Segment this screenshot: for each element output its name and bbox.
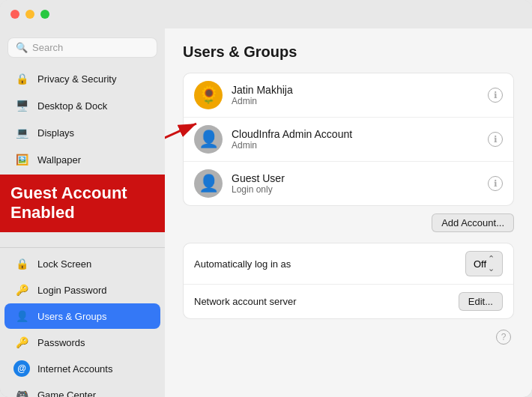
info-button-guest[interactable]: ℹ: [488, 176, 503, 191]
user-role-cloudinfra: Admin: [232, 140, 479, 151]
stepper-chevrons-icon: ⌃⌄: [488, 254, 495, 273]
user-name-cloudinfra: CloudInfra Admin Account: [232, 128, 479, 140]
user-role-guest: Login only: [232, 184, 479, 195]
close-button[interactable]: [10, 10, 19, 19]
sidebar-label-wallpaper: Wallpaper: [37, 154, 81, 166]
sidebar-label-internet-accounts: Internet Accounts: [37, 363, 112, 375]
user-name-guest: Guest User: [232, 172, 479, 184]
main-panel: Users & Groups 🌻 Jatin Makhija Admin ℹ: [165, 28, 532, 397]
maximize-button[interactable]: [40, 10, 49, 19]
sidebar-item-lock-screen[interactable]: 🔒 Lock Screen: [4, 251, 160, 276]
auto-login-label: Automatically log in as: [194, 258, 458, 270]
sidebar-item-login-password[interactable]: 🔑 Login Password: [4, 277, 160, 303]
sidebar-label-passwords: Passwords: [37, 337, 85, 348]
flower-emoji: 🌻: [199, 85, 219, 105]
person-icon-cloudinfra: 👤: [199, 130, 219, 149]
network-account-row: Network account server Edit...: [184, 285, 513, 318]
content-area: 🔍 Search 🔒 Privacy & Security 🖥️ Desktop…: [0, 28, 532, 397]
internet-accounts-icon: @: [13, 360, 30, 377]
sidebar-item-displays[interactable]: 💻 Displays: [4, 120, 160, 145]
users-list: 🌻 Jatin Makhija Admin ℹ 👤 CloudInfra Adm…: [183, 73, 514, 206]
user-info-guest: Guest User Login only: [232, 172, 479, 195]
sidebar-label-game-center: Game Center: [37, 390, 96, 398]
sidebar-label-displays: Displays: [37, 127, 74, 139]
sidebar-divider: [0, 247, 165, 248]
user-row-jatin[interactable]: 🌻 Jatin Makhija Admin ℹ: [184, 73, 513, 118]
sidebar-item-privacy-security[interactable]: 🔒 Privacy & Security: [4, 66, 160, 91]
sidebar-item-users-groups[interactable]: 👤 Users & Groups: [4, 303, 160, 329]
user-row-cloudinfra[interactable]: 👤 CloudInfra Admin Account Admin ℹ: [184, 118, 513, 162]
minimize-button[interactable]: [25, 10, 34, 19]
sidebar-label-users-groups: Users & Groups: [37, 311, 106, 322]
desktop-dock-icon: 🖥️: [13, 97, 30, 114]
avatar-guest: 👤: [194, 169, 223, 198]
sidebar-label-login-password: Login Password: [37, 285, 107, 296]
sidebar-item-wallpaper[interactable]: 🖼️ Wallpaper: [4, 147, 160, 172]
user-name-jatin: Jatin Makhija: [232, 84, 479, 96]
auto-login-row: Automatically log in as Off ⌃⌄: [184, 243, 513, 285]
info-button-jatin[interactable]: ℹ: [488, 88, 503, 103]
network-account-label: Network account server: [194, 296, 451, 307]
sidebar: 🔍 Search 🔒 Privacy & Security 🖥️ Desktop…: [0, 28, 165, 397]
auto-login-stepper[interactable]: Off ⌃⌄: [465, 251, 503, 276]
user-info-jatin: Jatin Makhija Admin: [232, 84, 479, 106]
game-center-icon: 🎮: [13, 387, 30, 397]
main-window: 🔍 Search 🔒 Privacy & Security 🖥️ Desktop…: [0, 0, 532, 397]
avatar-cloudinfra: 👤: [194, 125, 223, 154]
avatar-jatin: 🌻: [194, 81, 223, 109]
settings-section: Automatically log in as Off ⌃⌄ Network a…: [183, 243, 514, 319]
edit-button[interactable]: Edit...: [459, 292, 503, 311]
titlebar: [0, 0, 532, 28]
lock-screen-icon: 🔒: [13, 255, 30, 272]
sidebar-label-desktop-dock: Desktop & Dock: [37, 100, 107, 112]
person-icon-guest: 👤: [199, 174, 219, 193]
user-info-cloudinfra: CloudInfra Admin Account Admin: [232, 128, 479, 151]
guest-banner-text: Guest Account Enabled: [10, 184, 127, 222]
search-placeholder: Search: [32, 42, 63, 53]
wallpaper-icon: 🖼️: [13, 151, 30, 168]
sidebar-item-desktop-dock[interactable]: 🖥️ Desktop & Dock: [4, 93, 160, 118]
page-title: Users & Groups: [183, 43, 514, 61]
privacy-security-icon: 🔒: [13, 70, 30, 87]
add-account-row: Add Account...: [183, 213, 514, 232]
auto-login-value: Off: [474, 258, 486, 270]
sidebar-item-passwords[interactable]: 🔑 Passwords: [4, 330, 160, 355]
sidebar-item-internet-accounts[interactable]: @ Internet Accounts: [4, 356, 160, 381]
help-row: ?: [183, 330, 514, 345]
user-role-jatin: Admin: [232, 96, 479, 106]
guest-account-banner: Guest Account Enabled: [0, 175, 165, 232]
displays-icon: 💻: [13, 124, 30, 141]
sidebar-label-privacy-security: Privacy & Security: [37, 73, 116, 85]
add-account-button[interactable]: Add Account...: [432, 213, 514, 232]
passwords-icon: 🔑: [13, 334, 30, 351]
info-button-cloudinfra[interactable]: ℹ: [488, 132, 503, 147]
search-icon: 🔍: [16, 42, 28, 53]
users-groups-icon: 👤: [13, 308, 30, 324]
search-bar[interactable]: 🔍 Search: [7, 37, 157, 58]
sidebar-label-lock-screen: Lock Screen: [37, 258, 91, 270]
help-button[interactable]: ?: [496, 330, 511, 345]
login-password-icon: 🔑: [13, 282, 30, 298]
user-row-guest[interactable]: 👤 Guest User Login only ℹ: [184, 162, 513, 205]
sidebar-item-game-center[interactable]: 🎮 Game Center: [4, 382, 160, 397]
